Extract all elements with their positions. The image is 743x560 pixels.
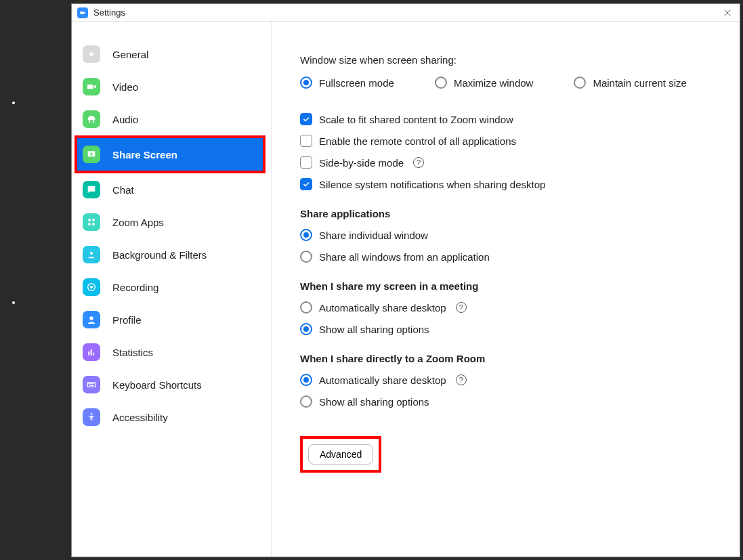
svg-point-2 — [90, 286, 93, 288]
video-icon — [83, 78, 100, 95]
sidebar-item-zoom-apps[interactable]: Zoom Apps — [72, 206, 271, 238]
sidebar-item-statistics[interactable]: Statistics — [72, 336, 271, 368]
sidebar-item-label: Accessibility — [112, 412, 168, 423]
radio-room-auto[interactable]: Automatically share desktop ? — [300, 374, 717, 386]
checkbox-side-by-side[interactable]: Side-by-side mode ? — [300, 156, 717, 169]
chart-icon — [83, 343, 100, 361]
sidebar-item-label: Chat — [112, 184, 134, 196]
help-icon[interactable]: ? — [413, 157, 424, 168]
radio-room-show-all[interactable]: Show all sharing options — [300, 395, 717, 408]
share-applications-title: Share applications — [300, 208, 717, 219]
radio-icon — [300, 374, 312, 386]
radio-fullscreen[interactable]: Fullscreen mode — [300, 77, 394, 89]
radio-label: Maintain current size — [593, 77, 686, 89]
profile-icon — [83, 311, 100, 328]
sidebar-item-label: Zoom Apps — [112, 217, 164, 228]
radio-icon — [574, 77, 586, 89]
svg-point-3 — [89, 316, 93, 320]
sidebar-item-video[interactable]: Video — [72, 70, 271, 103]
radio-meeting-auto[interactable]: Automatically share desktop ? — [300, 301, 717, 314]
help-icon[interactable]: ? — [456, 302, 467, 313]
close-button[interactable] — [721, 6, 734, 20]
checkbox-icon — [300, 178, 312, 190]
accessibility-icon — [83, 408, 100, 426]
radio-share-individual[interactable]: Share individual window — [300, 229, 717, 241]
user-frame-icon — [83, 246, 100, 263]
sidebar-item-accessibility[interactable]: Accessibility — [72, 401, 271, 433]
checkbox-silence-notifications[interactable]: Silence system notifications when sharin… — [300, 178, 717, 190]
radio-maintain[interactable]: Maintain current size — [574, 77, 686, 89]
share-screen-icon — [83, 146, 100, 163]
sidebar-item-label: Audio — [112, 114, 138, 125]
sidebar-item-label: Video — [112, 81, 138, 93]
window-size-title: Window size when screen sharing: — [300, 54, 717, 66]
highlight-share-screen: Share Screen — [75, 135, 266, 173]
svg-point-0 — [90, 252, 93, 255]
highlight-advanced: Advanced — [300, 436, 381, 473]
checkbox-icon — [300, 156, 312, 169]
radio-label: Show all sharing options — [319, 396, 429, 408]
advanced-button[interactable]: Advanced — [308, 444, 373, 465]
radio-meeting-show-all[interactable]: Show all sharing options — [300, 323, 717, 335]
sidebar-item-background-filters[interactable]: Background & Filters — [72, 238, 271, 271]
titlebar: Settings — [72, 4, 740, 22]
chat-icon — [83, 181, 100, 198]
gear-icon — [83, 45, 100, 63]
svg-rect-4 — [87, 383, 95, 387]
checkbox-remote-control[interactable]: Enable the remote control of all applica… — [300, 135, 717, 147]
radio-icon — [300, 323, 312, 335]
sidebar-item-label: Background & Filters — [112, 249, 207, 261]
checkbox-icon — [300, 113, 312, 125]
radio-icon — [300, 77, 312, 89]
sidebar-item-label: Statistics — [112, 347, 153, 358]
checkbox-icon — [300, 135, 312, 147]
sidebar-item-share-screen[interactable]: Share Screen — [77, 138, 263, 171]
sidebar-item-recording[interactable]: Recording — [72, 271, 271, 303]
help-icon[interactable]: ? — [456, 374, 467, 385]
radio-label: Automatically share desktop — [319, 302, 446, 314]
sidebar-item-label: General — [112, 49, 148, 60]
settings-window: Settings General Video — [71, 3, 740, 557]
checkbox-label: Scale to fit shared content to Zoom wind… — [319, 114, 513, 125]
window-title: Settings — [93, 7, 125, 18]
radio-icon — [300, 251, 312, 263]
radio-maximize[interactable]: Maximize window — [435, 77, 534, 89]
svg-point-5 — [91, 413, 93, 415]
radio-label: Show all sharing options — [319, 324, 429, 335]
radio-icon — [300, 229, 312, 241]
sidebar-item-profile[interactable]: Profile — [72, 303, 271, 336]
checkbox-scale-to-fit[interactable]: Scale to fit shared content to Zoom wind… — [300, 113, 717, 125]
radio-label: Share individual window — [319, 230, 428, 241]
radio-label: Maximize window — [454, 77, 534, 89]
apps-icon — [83, 213, 100, 231]
keyboard-icon — [83, 376, 100, 393]
checkbox-label: Side-by-side mode — [319, 157, 404, 169]
headphones-icon — [83, 110, 100, 128]
main-panel: Window size when screen sharing: Fullscr… — [272, 22, 740, 557]
sidebar-item-audio[interactable]: Audio — [72, 103, 271, 135]
sidebar-item-label: Keyboard Shortcuts — [112, 379, 202, 391]
sidebar-item-label: Share Screen — [112, 149, 177, 160]
radio-icon — [435, 77, 447, 89]
radio-icon — [300, 301, 312, 314]
sidebar-item-keyboard-shortcuts[interactable]: Keyboard Shortcuts — [72, 368, 271, 401]
record-icon — [83, 278, 100, 296]
share-zoom-room-title: When I share directly to a Zoom Room — [300, 353, 717, 364]
checkbox-label: Enable the remote control of all applica… — [319, 135, 516, 147]
checkbox-label: Silence system notifications when sharin… — [319, 179, 545, 190]
sidebar-item-chat[interactable]: Chat — [72, 173, 271, 206]
app-icon — [77, 7, 88, 18]
radio-label: Automatically share desktop — [319, 374, 446, 386]
radio-share-all-windows[interactable]: Share all windows from an application — [300, 251, 717, 263]
window-size-options: Fullscreen mode Maximize window Maintain… — [300, 77, 717, 98]
radio-label: Share all windows from an application — [319, 251, 490, 263]
radio-label: Fullscreen mode — [319, 77, 394, 89]
sidebar-item-label: Profile — [112, 314, 142, 326]
sidebar: General Video Audio Share S — [72, 22, 272, 557]
sidebar-item-general[interactable]: General — [72, 38, 271, 70]
sidebar-item-label: Recording — [112, 282, 158, 293]
radio-icon — [300, 395, 312, 408]
share-in-meeting-title: When I share my screen in a meeting — [300, 280, 717, 292]
